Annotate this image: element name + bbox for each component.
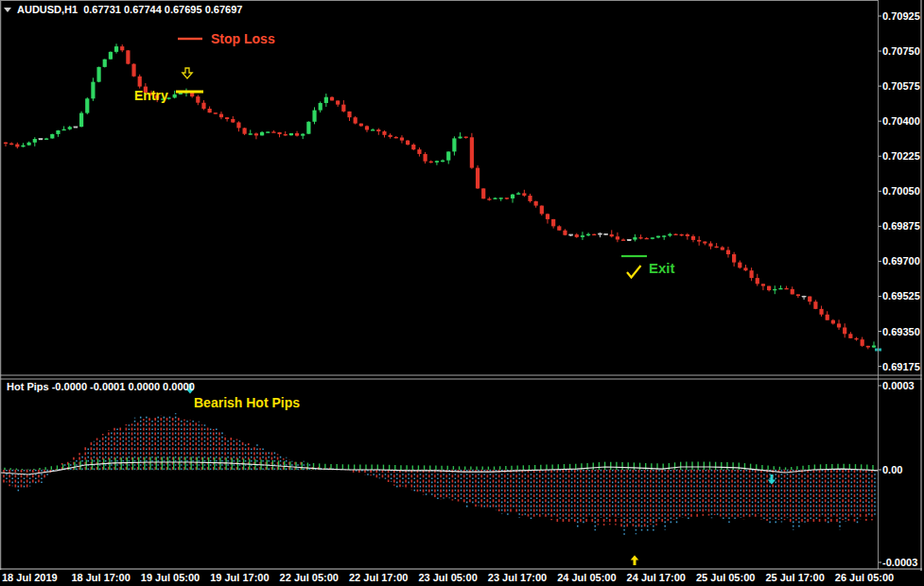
indicator-values: -0.0000 -0.0001 0.0000 0.0000 (52, 381, 195, 392)
indicator-name: Hot Pips (7, 381, 49, 392)
chart-collapse-triangle-icon[interactable] (4, 8, 11, 12)
exit-label: Exit (649, 260, 675, 276)
chart-title-bar: AUDUSD,H1 0.67731 0.67744 0.67695 0.6769… (4, 3, 242, 16)
price-scale[interactable] (879, 0, 921, 568)
symbol-period-label: AUDUSD,H1 (17, 4, 78, 15)
indicator-label: Hot Pips -0.0000 -0.0001 0.0000 0.0000 (7, 381, 195, 392)
ohlc-values: 0.67731 0.67744 0.67695 0.67697 (83, 4, 242, 15)
time-scale[interactable] (0, 570, 921, 586)
indicator-panel-area[interactable] (0, 380, 878, 568)
main-chart-area[interactable] (0, 20, 878, 375)
entry-label: Entry (134, 88, 168, 103)
bearish-hot-pips-label: Bearish Hot Pips (194, 395, 300, 410)
mt4-chart-window: AUDUSD,H1 0.67731 0.67744 0.67695 0.6769… (0, 0, 924, 586)
stop-loss-label: Stop Loss (211, 31, 275, 46)
